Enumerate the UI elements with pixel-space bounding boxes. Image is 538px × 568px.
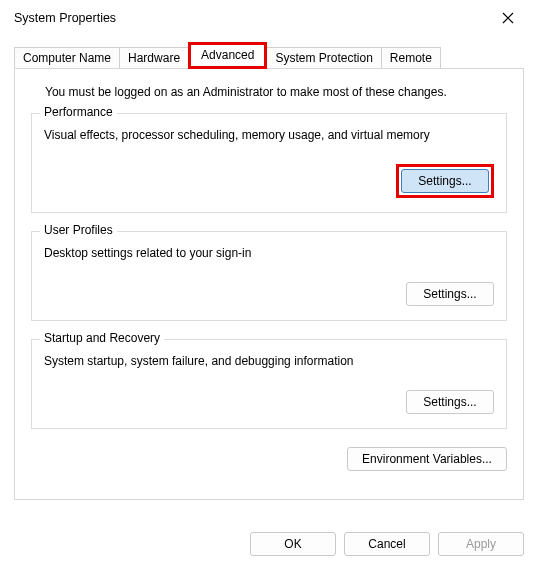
startup-group: Startup and Recovery System startup, sys… — [31, 339, 507, 429]
tab-advanced[interactable]: Advanced — [188, 42, 267, 69]
tab-strip: Computer Name Hardware Advanced System P… — [14, 42, 524, 69]
tab-panel-advanced: You must be logged on as an Administrato… — [14, 68, 524, 500]
titlebar: System Properties — [0, 0, 538, 36]
performance-group: Performance Visual effects, processor sc… — [31, 113, 507, 213]
close-button[interactable] — [486, 3, 530, 33]
user-profiles-button-row: Settings... — [44, 282, 494, 306]
cancel-button[interactable]: Cancel — [344, 532, 430, 556]
system-properties-window: System Properties Computer Name Hardware… — [0, 0, 538, 568]
performance-settings-highlight: Settings... — [396, 164, 494, 198]
performance-button-row: Settings... — [44, 164, 494, 198]
tab-hardware[interactable]: Hardware — [119, 47, 189, 69]
window-title: System Properties — [14, 11, 116, 25]
startup-desc: System startup, system failure, and debu… — [44, 354, 494, 368]
tab-computer-name[interactable]: Computer Name — [14, 47, 120, 69]
startup-legend: Startup and Recovery — [40, 331, 164, 345]
tab-system-protection[interactable]: System Protection — [266, 47, 381, 69]
ok-button[interactable]: OK — [250, 532, 336, 556]
startup-settings-button[interactable]: Settings... — [406, 390, 494, 414]
tab-area: Computer Name Hardware Advanced System P… — [14, 42, 524, 500]
performance-desc: Visual effects, processor scheduling, me… — [44, 128, 494, 142]
admin-note: You must be logged on as an Administrato… — [45, 85, 507, 99]
performance-settings-button[interactable]: Settings... — [401, 169, 489, 193]
environment-variables-button[interactable]: Environment Variables... — [347, 447, 507, 471]
performance-legend: Performance — [40, 105, 117, 119]
apply-button[interactable]: Apply — [438, 532, 524, 556]
user-profiles-desc: Desktop settings related to your sign-in — [44, 246, 494, 260]
user-profiles-settings-button[interactable]: Settings... — [406, 282, 494, 306]
dialog-buttons: OK Cancel Apply — [250, 532, 524, 556]
tab-remote[interactable]: Remote — [381, 47, 441, 69]
user-profiles-group: User Profiles Desktop settings related t… — [31, 231, 507, 321]
close-icon — [502, 12, 514, 24]
user-profiles-legend: User Profiles — [40, 223, 117, 237]
env-row: Environment Variables... — [31, 447, 507, 471]
startup-button-row: Settings... — [44, 390, 494, 414]
